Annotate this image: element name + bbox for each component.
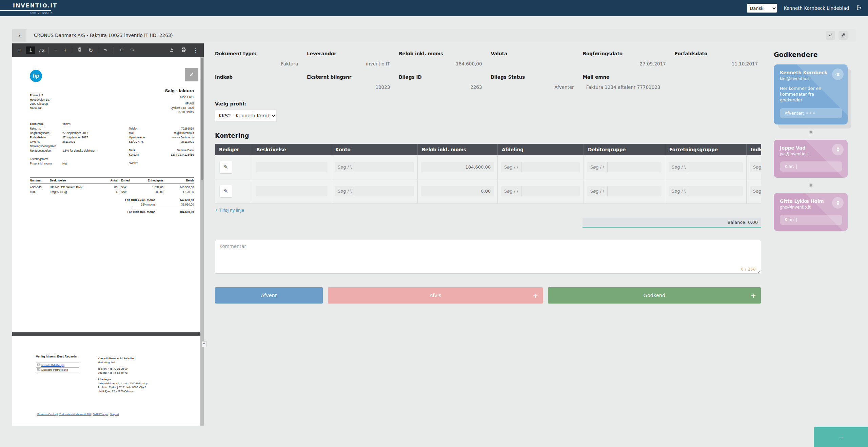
forretningsgruppe-input[interactable] xyxy=(689,186,743,196)
pdf-expand-button[interactable] xyxy=(185,68,198,81)
language-select[interactable]: Dansk xyxy=(747,4,777,13)
forretningsgruppe-search[interactable]: Søg / \ xyxy=(669,162,743,172)
search-prefix: Søg / \ xyxy=(501,162,521,172)
signature-regards: Venlig hilsen / Best Regards xyxy=(36,355,77,358)
back-button[interactable]: ‹ xyxy=(12,29,26,42)
pdf-sidebar-toggle-icon[interactable]: ≡ xyxy=(16,46,22,54)
afdeling-input[interactable] xyxy=(521,186,580,196)
invoice-meta-right: Telefon70269899 Mailsalg@inventio.it Hje… xyxy=(129,127,194,166)
field-belob-inkl-moms: Beløb inkl. moms -184.600,00 xyxy=(399,51,485,69)
konto-input[interactable] xyxy=(355,186,414,196)
pdf-page-input[interactable] xyxy=(26,46,35,54)
redo-icon[interactable]: ↷ xyxy=(129,46,136,54)
approver-connector xyxy=(774,124,848,140)
document-header-bar: ‹ CRONUS Danmark A/S - Faktura 10023 inv… xyxy=(12,29,856,42)
download-button[interactable] xyxy=(168,46,176,54)
panel-resize-handle[interactable]: ↔ xyxy=(201,341,207,347)
print-icon xyxy=(181,47,186,54)
reviewer-eye-icon[interactable] xyxy=(832,69,844,80)
konto-search[interactable]: Søg / \ xyxy=(335,186,414,196)
pdf-scrollbar[interactable] xyxy=(200,57,204,426)
signature-link[interactable]: SMART apps xyxy=(93,413,108,416)
profile-section: Vælg profil: KKS2 - Kenneth Kornbeck xyxy=(215,101,761,122)
forretningsgruppe-input[interactable] xyxy=(689,162,743,172)
debitorgruppe-search[interactable]: Søg / \ xyxy=(587,186,662,196)
kontering-title: Kontering xyxy=(215,132,761,139)
debitorgruppe-search[interactable]: Søg / \ xyxy=(587,162,662,172)
indkober-search[interactable]: Søg / \ xyxy=(750,186,761,196)
search-prefix: Søg / \ xyxy=(587,162,608,172)
invoice-page-note: Side 1 af 1 xyxy=(180,95,194,99)
edit-line-button[interactable]: ✎ xyxy=(220,161,232,173)
fit-page-icon xyxy=(77,47,82,54)
print-button[interactable] xyxy=(180,46,188,54)
invoice-meta-left: Fakturanr.10023 Rekv. nr. Bogføringsdato… xyxy=(30,122,129,166)
field-bilags-status: Bilags Status Afventer xyxy=(491,74,577,92)
signature-link[interactable]: Business Central xyxy=(37,413,57,416)
waiting-hourglass-icon[interactable] xyxy=(832,197,844,209)
beskrivelse-input[interactable] xyxy=(256,186,328,196)
konto-search[interactable]: Søg / \ xyxy=(335,162,414,172)
char-counter: 0 / 250 xyxy=(741,267,756,272)
godkend-button[interactable]: Godkend+ xyxy=(548,287,761,304)
more-options-icon[interactable]: ⋮ xyxy=(192,46,200,54)
afdeling-search[interactable]: Søg / \ xyxy=(501,162,580,172)
loading-dots xyxy=(806,112,815,114)
next-document-button[interactable]: → xyxy=(814,427,868,447)
edit-line-button[interactable]: ✎ xyxy=(220,185,232,197)
field-leverandor: Leverandør inventio IT xyxy=(307,51,393,69)
zoom-out-icon[interactable]: − xyxy=(53,46,58,54)
invoice-vat: 25% moms36.920,00 xyxy=(30,202,194,207)
balance-display: Balance: 0,00 xyxy=(583,218,761,228)
approver-card-gitte: Gitte Lykke Holm gho@inventio.it Klar: | xyxy=(774,193,848,231)
invoice-recipient-address: HP A/S Lyskær 3 EF, 3Sal 2730 Herlev xyxy=(171,101,194,114)
amount-field[interactable]: 0,00 xyxy=(421,186,494,196)
main-content: ≡ / 2 − + ↻ xyxy=(12,43,856,426)
waiting-hourglass-icon[interactable] xyxy=(832,144,844,155)
debitorgruppe-input[interactable] xyxy=(608,186,662,196)
debitorgruppe-input[interactable] xyxy=(608,162,662,172)
annotate-button[interactable] xyxy=(102,46,110,54)
search-prefix: Søg / \ xyxy=(669,186,689,196)
download-icon xyxy=(169,47,174,54)
document-title: CRONUS Danmark A/S - Faktura 10023 inven… xyxy=(34,33,173,38)
search-prefix: Søg / \ xyxy=(669,162,689,172)
plus-icon: + xyxy=(533,292,538,299)
beskrivelse-input[interactable] xyxy=(256,162,328,172)
fields-row-1: Dokument type: Faktura Leverandør invent… xyxy=(215,51,761,69)
comment-textarea[interactable] xyxy=(215,240,761,274)
afvis-button[interactable]: Afvis+ xyxy=(328,287,543,304)
undo-icon[interactable]: ↶ xyxy=(118,46,125,54)
indkober-search[interactable]: Søg / \ xyxy=(750,162,761,172)
fit-page-button[interactable] xyxy=(76,46,83,54)
expand-panel-button[interactable] xyxy=(826,31,835,40)
signature-link[interactable]: Support xyxy=(110,413,119,416)
pdf-scrollbar-thumb[interactable] xyxy=(201,58,203,180)
zoom-in-icon[interactable]: + xyxy=(62,46,68,54)
afdeling-input[interactable] xyxy=(521,162,580,172)
signature-link[interactable]: IT sikkerhed & Microsoft 365 xyxy=(59,413,91,416)
toolbar-divider xyxy=(98,47,98,54)
pdf-page-total: / 2 xyxy=(39,48,45,53)
field-value xyxy=(215,82,301,92)
afvent-button[interactable]: Afvent xyxy=(215,287,323,304)
afdeling-search[interactable]: Søg / \ xyxy=(501,186,580,196)
field-value: Faktura 1234 aftalenr 77701023 xyxy=(583,82,669,92)
add-line-link[interactable]: + Tilføj ny linje xyxy=(215,208,244,213)
field-value: inventio IT xyxy=(307,59,393,69)
amount-field[interactable]: 184.600,00 xyxy=(421,162,494,172)
forretningsgruppe-search[interactable]: Søg / \ xyxy=(669,186,743,196)
invoice-item-row: 1005 Fragt 5-10 kg 4 Styk 280,00 1.120,0… xyxy=(30,190,194,194)
logo-subtext: PART OF DUSTIN xyxy=(30,12,53,14)
pdf-page-2: Venlig hilsen / Best Regards Inventio.IT… xyxy=(12,336,200,426)
rotate-page-icon[interactable]: ↻ xyxy=(87,46,94,54)
profile-select[interactable]: KKS2 - Kenneth Kornbeck xyxy=(215,110,277,122)
pdf-page-separator xyxy=(12,332,200,336)
brand-logo: INVENTIO.IT PART OF DUSTIN xyxy=(0,0,88,16)
invoice-sender-address: Power A/S Hovedvejen 197 2600 Glostrup D… xyxy=(30,93,51,110)
approver-card-kenneth: Kenneth Kornbeck kks@inventio.it Her kom… xyxy=(774,64,848,124)
logout-icon xyxy=(856,5,862,12)
konto-input[interactable] xyxy=(355,162,414,172)
layout-settings-button[interactable] xyxy=(839,31,848,40)
logout-button[interactable] xyxy=(856,5,862,12)
